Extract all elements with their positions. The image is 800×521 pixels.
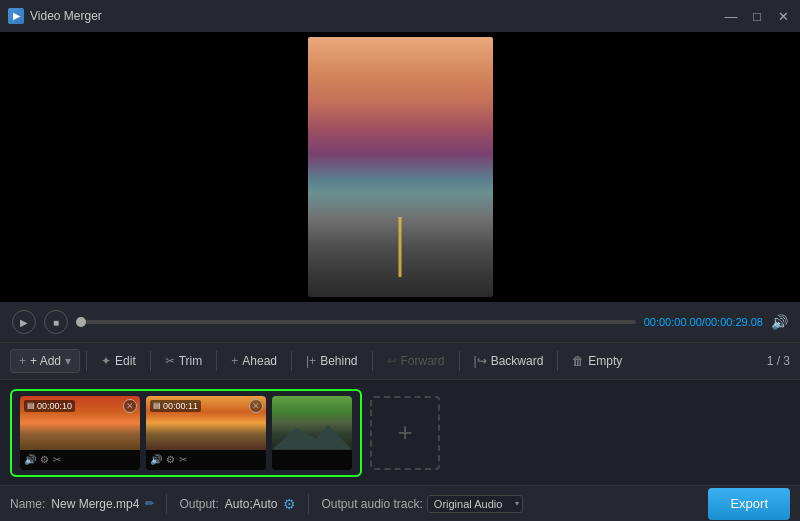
divider-2 xyxy=(150,351,151,371)
clip-2-close-button[interactable]: ✕ xyxy=(249,399,263,413)
divider-4 xyxy=(291,351,292,371)
backward-label: Backward xyxy=(491,354,544,368)
clip-1-cut-icon[interactable]: ✂ xyxy=(53,454,61,465)
clip-1[interactable]: ▤ 00:00:10 ✕ 🔊 ⚙ ✂ xyxy=(20,396,140,470)
audio-track-field: Output audio track: Original Audio ▾ xyxy=(321,495,522,513)
backward-button[interactable]: |↪ Backward xyxy=(466,350,552,372)
clip-2-audio-icon[interactable]: 🔊 xyxy=(150,454,162,465)
timeline-area: ▤ 00:00:10 ✕ 🔊 ⚙ ✂ ▤ 00:00:11 xyxy=(0,380,800,485)
output-gear-icon[interactable]: ⚙ xyxy=(283,496,296,512)
maximize-button[interactable]: □ xyxy=(748,7,766,25)
bottom-bar: Name: New Merge.mp4 ✏ Output: Auto;Auto … xyxy=(0,485,800,521)
name-field: Name: New Merge.mp4 ✏ xyxy=(10,497,154,511)
play-button[interactable]: ▶ xyxy=(12,310,36,334)
clip-2-cut-icon[interactable]: ✂ xyxy=(179,454,187,465)
output-field: Output: Auto;Auto ⚙ xyxy=(179,496,296,512)
empty-label: Empty xyxy=(588,354,622,368)
add-button[interactable]: + + Add ▾ xyxy=(10,349,80,373)
name-value: New Merge.mp4 xyxy=(51,497,139,511)
trim-icon: ✂ xyxy=(165,354,175,368)
edit-label: Edit xyxy=(115,354,136,368)
empty-button[interactable]: 🗑 Empty xyxy=(564,350,630,372)
edit-icon: ✦ xyxy=(101,354,111,368)
clip-1-thumbnail: ▤ 00:00:10 ✕ xyxy=(20,396,140,450)
name-edit-icon[interactable]: ✏ xyxy=(145,497,154,510)
preview-area xyxy=(0,32,800,302)
ahead-button[interactable]: + Ahead xyxy=(223,350,285,372)
minimize-button[interactable]: — xyxy=(722,7,740,25)
behind-icon: |+ xyxy=(306,354,316,368)
plus-icon: + xyxy=(19,354,26,368)
trash-icon: 🗑 xyxy=(572,354,584,368)
title-bar-left: ▶ Video Merger xyxy=(8,8,102,24)
stop-button[interactable]: ■ xyxy=(44,310,68,334)
audio-dropdown[interactable]: Original Audio xyxy=(427,495,523,513)
video-preview xyxy=(308,37,493,297)
window-controls: — □ ✕ xyxy=(722,7,792,25)
behind-label: Behind xyxy=(320,354,357,368)
title-bar: ▶ Video Merger — □ ✕ xyxy=(0,0,800,32)
trim-button[interactable]: ✂ Trim xyxy=(157,350,211,372)
clip-2[interactable]: ▤ 00:00:11 ✕ 🔊 ⚙ ✂ xyxy=(146,396,266,470)
clip-1-close-button[interactable]: ✕ xyxy=(123,399,137,413)
close-button[interactable]: ✕ xyxy=(774,7,792,25)
clip-2-controls: 🔊 ⚙ ✂ xyxy=(146,450,266,470)
divider-7 xyxy=(557,351,558,371)
edit-button[interactable]: ✦ Edit xyxy=(93,350,144,372)
forward-icon: ↩ xyxy=(387,354,397,368)
export-button[interactable]: Export xyxy=(708,488,790,520)
sep-1 xyxy=(166,494,167,514)
mountain-shape xyxy=(272,423,352,450)
divider-5 xyxy=(372,351,373,371)
page-count: 1 / 3 xyxy=(767,354,790,368)
clips-container: ▤ 00:00:10 ✕ 🔊 ⚙ ✂ ▤ 00:00:11 xyxy=(10,389,362,477)
forward-button[interactable]: ↩ Forward xyxy=(379,350,453,372)
audio-track-label: Output audio track: xyxy=(321,497,422,511)
divider-1 xyxy=(86,351,87,371)
clip-3-thumbnail xyxy=(272,396,352,450)
clip-2-time: ▤ 00:00:11 xyxy=(150,400,201,412)
sep-2 xyxy=(308,494,309,514)
forward-label: Forward xyxy=(401,354,445,368)
trim-label: Trim xyxy=(179,354,203,368)
backward-icon: |↪ xyxy=(474,354,487,368)
clip-1-audio-icon[interactable]: 🔊 xyxy=(24,454,36,465)
road-line xyxy=(399,217,402,277)
divider-3 xyxy=(216,351,217,371)
add-clip-slot[interactable]: + xyxy=(370,396,440,470)
clip-1-time: ▤ 00:00:10 xyxy=(24,400,75,412)
ahead-icon: + xyxy=(231,354,238,368)
volume-icon[interactable]: 🔊 xyxy=(771,314,788,330)
app-title: Video Merger xyxy=(30,9,102,23)
add-label: + Add xyxy=(30,354,61,368)
clip-2-settings-icon[interactable]: ⚙ xyxy=(166,454,175,465)
ahead-label: Ahead xyxy=(242,354,277,368)
clip-1-controls: 🔊 ⚙ ✂ xyxy=(20,450,140,470)
output-label: Output: xyxy=(179,497,218,511)
progress-thumb[interactable] xyxy=(76,317,86,327)
clip-1-settings-icon[interactable]: ⚙ xyxy=(40,454,49,465)
progress-track[interactable] xyxy=(76,320,636,324)
add-dropdown-icon: ▾ xyxy=(65,354,71,368)
divider-6 xyxy=(459,351,460,371)
behind-button[interactable]: |+ Behind xyxy=(298,350,366,372)
app-icon: ▶ xyxy=(8,8,24,24)
audio-dropdown-wrap[interactable]: Original Audio ▾ xyxy=(427,495,523,513)
toolbar: + + Add ▾ ✦ Edit ✂ Trim + Ahead |+ Behin… xyxy=(0,342,800,380)
name-label: Name: xyxy=(10,497,45,511)
time-display: 00:00:00.00/00:00:29.08 xyxy=(644,316,763,328)
clip-3[interactable] xyxy=(272,396,352,470)
output-value: Auto;Auto xyxy=(225,497,278,511)
clip-2-thumbnail: ▤ 00:00:11 ✕ xyxy=(146,396,266,450)
transport-bar: ▶ ■ 00:00:00.00/00:00:29.08 🔊 xyxy=(0,302,800,342)
clip-3-controls xyxy=(272,450,352,470)
